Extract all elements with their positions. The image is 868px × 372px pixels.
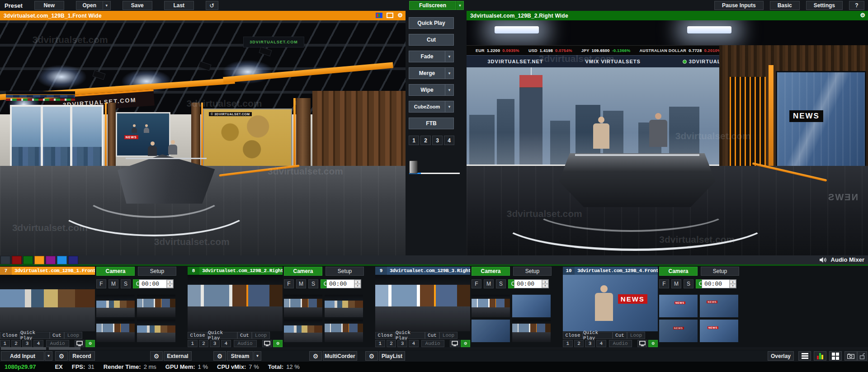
input-scrollbar[interactable] <box>0 347 868 350</box>
overlay-1-button[interactable]: 1 <box>563 340 573 347</box>
audio-button[interactable]: Audio <box>46 340 69 347</box>
loop-button[interactable]: Loop <box>627 332 645 339</box>
time-spinner[interactable]: 00:00 ▲▼ <box>514 279 549 288</box>
menu-hamburger-icon[interactable] <box>798 351 811 361</box>
spinner-up-icon[interactable]: ▲ <box>354 280 361 284</box>
m-button[interactable]: M <box>296 279 306 288</box>
spinner-down-icon[interactable]: ▼ <box>542 284 548 288</box>
f-button[interactable]: F <box>284 279 294 288</box>
color-swatch[interactable] <box>0 256 10 264</box>
setup-button[interactable]: Setup <box>701 267 739 276</box>
overlay-4-button[interactable]: 4 <box>221 340 231 347</box>
s-button[interactable]: S <box>121 279 131 288</box>
playlist-settings-gear-icon[interactable]: ⚙ <box>365 351 378 361</box>
input-preview-thumbnail[interactable] <box>0 275 95 331</box>
setup-button[interactable]: Setup <box>138 267 176 276</box>
help-button[interactable]: ? <box>849 1 864 10</box>
spinner-up-icon[interactable]: ▲ <box>730 280 736 284</box>
overlay-4-button[interactable]: 4 <box>409 340 419 347</box>
audio-mixer-toggle[interactable]: Audio Mixer <box>820 256 864 263</box>
color-swatch[interactable] <box>23 256 33 264</box>
new-button[interactable]: New <box>34 1 64 10</box>
overlay-2-button[interactable]: 2 <box>199 340 209 347</box>
fullscreen-monitor-icon[interactable] <box>637 340 648 347</box>
multiview-thumbnail[interactable] <box>325 295 363 317</box>
overlay-3-button[interactable]: 3 <box>397 340 407 347</box>
merge-dropdown-arrow[interactable]: ▼ <box>445 68 453 79</box>
close-button[interactable]: Close <box>375 332 395 339</box>
time-spinner[interactable]: 00:00 ▲▼ <box>139 279 174 288</box>
time-spinner[interactable]: 00:00 ▲▼ <box>702 279 736 288</box>
multiview-grid-icon[interactable] <box>829 351 842 361</box>
multiview-thumbnail[interactable]: NEWS <box>659 320 698 342</box>
fullscreen-button[interactable]: Fullscreen <box>409 1 456 10</box>
input-settings-gear-icon[interactable]: ⚙ <box>273 340 283 347</box>
stream-button[interactable]: Stream <box>227 351 253 361</box>
quick-play-button[interactable]: Quick Play <box>208 332 237 339</box>
multiview-thumbnail[interactable] <box>512 295 551 317</box>
save-button[interactable]: Save <box>123 1 152 10</box>
fullscreen-monitor-icon[interactable] <box>450 340 460 347</box>
f-button[interactable]: F <box>96 279 106 288</box>
cut-button[interactable]: Cut <box>50 332 64 339</box>
spinner-down-icon[interactable]: ▼ <box>354 284 361 288</box>
snapshot-camera-icon[interactable] <box>844 351 857 361</box>
quick-play-button[interactable]: Quick Play <box>583 332 613 339</box>
color-swatch[interactable] <box>68 256 78 264</box>
quick-play-button[interactable]: Quick Play <box>395 332 425 339</box>
audio-button[interactable]: Audio <box>421 340 444 347</box>
merge-button[interactable]: Merge ▼ <box>409 67 454 79</box>
cut-button[interactable]: Cut <box>409 34 454 46</box>
fade-dropdown-arrow[interactable]: ▼ <box>445 51 453 62</box>
camera-button[interactable]: Camera <box>96 267 135 276</box>
spinner-up-icon[interactable]: ▲ <box>167 280 173 284</box>
close-button[interactable]: Close <box>188 332 208 339</box>
open-button[interactable]: Open <box>76 1 103 10</box>
input-header[interactable]: 8 3dvirtualset.com_129B_2.Right <box>188 267 283 275</box>
input-header[interactable]: 7 3dvirtualset.com_129B_1.Front <box>0 267 95 275</box>
overlay-1-button[interactable]: 1 <box>409 136 419 145</box>
multiview-thumbnail[interactable] <box>96 320 135 342</box>
audio-button[interactable]: Audio <box>234 340 257 347</box>
camera-button[interactable]: Camera <box>659 267 698 276</box>
multiview-thumbnail[interactable] <box>512 320 551 342</box>
setup-button[interactable]: Setup <box>513 267 552 276</box>
overlay-2-button[interactable]: 2 <box>420 136 431 145</box>
s-button[interactable]: S <box>684 279 693 288</box>
add-input-dropdown-arrow[interactable]: ▼ <box>45 351 52 361</box>
playlist-button[interactable]: PlayList <box>379 351 405 361</box>
m-button[interactable]: M <box>108 279 118 288</box>
m-button[interactable]: M <box>484 279 494 288</box>
overlay-1-button[interactable]: 1 <box>375 340 385 347</box>
record-button[interactable]: Record <box>69 351 95 361</box>
record-settings-gear-icon[interactable]: ⚙ <box>55 351 68 361</box>
overlay-1-button[interactable]: 1 <box>188 340 198 347</box>
close-button[interactable]: Close <box>563 332 583 339</box>
audio-levels-icon[interactable] <box>814 351 826 361</box>
multicorder-settings-gear-icon[interactable]: ⚙ <box>309 351 322 361</box>
quick-play-button[interactable]: Quick Play <box>409 17 454 29</box>
multiview-thumbnail[interactable] <box>325 320 363 342</box>
overlay-3-button[interactable]: 3 <box>22 340 32 347</box>
preview-right-video[interactable]: EUR1.22000.0935% USD1.41980.0754% JPY109… <box>467 20 868 255</box>
multiview-thumbnail[interactable] <box>284 295 322 317</box>
time-spinner[interactable]: 00:00 ▲▼ <box>326 279 361 288</box>
multiview-thumbnail[interactable] <box>472 320 510 342</box>
fullscreen-monitor-icon[interactable] <box>75 340 85 347</box>
overlay-2-button[interactable]: 2 <box>11 340 21 347</box>
input-preview-thumbnail[interactable] <box>188 275 283 331</box>
external-settings-gear-icon[interactable]: ⚙ <box>150 351 163 361</box>
fullscreen-dropdown-arrow[interactable]: ▼ <box>456 1 464 10</box>
multiview-thumbnail[interactable] <box>284 320 322 342</box>
color-swatch[interactable] <box>46 256 56 264</box>
wipe-dropdown-arrow[interactable]: ▼ <box>445 85 453 95</box>
cubezoom-dropdown-arrow[interactable]: ▼ <box>445 101 453 112</box>
open-dropdown-arrow[interactable]: ▼ <box>103 1 111 10</box>
overlay-2-button[interactable]: 2 <box>387 340 396 347</box>
preview-left-gear-icon[interactable]: ⚙ <box>397 13 403 18</box>
overlay-3-button[interactable]: 3 <box>585 340 595 347</box>
multiview-thumbnail[interactable]: NEWS <box>700 320 738 342</box>
overlay-3-button[interactable]: 3 <box>432 136 443 145</box>
f-button[interactable]: F <box>659 279 669 288</box>
ftb-button[interactable]: FTB <box>409 118 454 129</box>
